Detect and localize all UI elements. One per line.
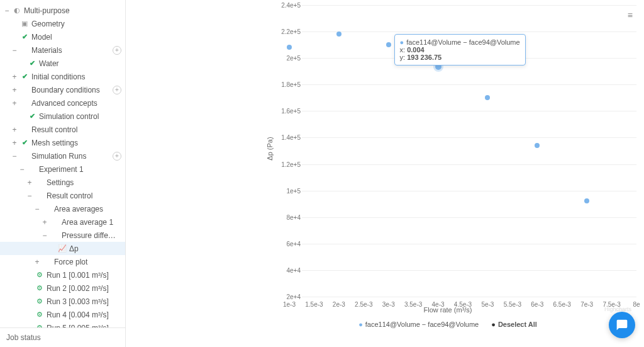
tree-item-label: Result control xyxy=(31,125,121,134)
tree-item-label: Materials xyxy=(31,46,113,55)
tree-item[interactable]: +Result control xyxy=(0,123,125,136)
gear-icon: ⚙ xyxy=(35,310,44,319)
chat-bubble-icon[interactable] xyxy=(609,312,635,338)
data-point[interactable] xyxy=(386,42,391,47)
gridline xyxy=(302,217,636,218)
tree-item[interactable]: +Force plot xyxy=(0,255,125,268)
tooltip-y: y: 193 236.75 xyxy=(400,54,520,61)
tree-item[interactable]: +Settings xyxy=(0,176,125,189)
tree-item[interactable]: −Experiment 1 xyxy=(0,162,125,176)
tree-item-label: Force plot xyxy=(54,258,121,266)
gear-icon: ⚙ xyxy=(35,297,44,306)
scatter-plot[interactable]: 2e+44e+46e+48e+41e+51.2e+51.4e+51.6e+51.… xyxy=(289,5,636,297)
chart-panel: ≡ Δp (Pa) 2e+44e+46e+48e+41e+51.2e+51.4e… xyxy=(126,0,644,347)
gridline xyxy=(302,5,636,6)
tree-item-label: Run 3 [0.003 m³/s] xyxy=(47,297,121,306)
expand-toggle-icon[interactable]: + xyxy=(34,258,40,266)
tree-item-label: Geometry xyxy=(31,20,121,28)
tree-item[interactable]: +Boundary conditions+ xyxy=(0,83,125,96)
tooltip-x: x: 0.004 xyxy=(400,46,520,54)
gridline xyxy=(302,111,636,111)
y-tick-label: 2.2e+5 xyxy=(275,28,301,35)
chart-legend: face114@Volume − face94@Volume Deselect … xyxy=(126,321,644,328)
y-tick-label: 1.6e+5 xyxy=(275,108,301,115)
tree-item[interactable]: ✔Model xyxy=(0,30,125,43)
y-tick-label: 2e+4 xyxy=(275,293,301,300)
expand-toggle-icon[interactable]: + xyxy=(11,72,18,81)
expand-toggle-icon[interactable]: + xyxy=(11,139,18,147)
expand-toggle-icon[interactable]: + xyxy=(42,218,48,227)
sidebar: −◐Multi-purpose▣Geometry✔Model−Materials… xyxy=(0,0,126,347)
tree-item[interactable]: ⚙Run 2 [0.002 m³/s] xyxy=(0,282,125,295)
tree-item[interactable]: −Simulation Runs+ xyxy=(0,149,125,162)
expand-toggle-icon[interactable]: − xyxy=(11,152,18,161)
tree-item[interactable]: +Area average 1 xyxy=(0,215,125,229)
tree-item[interactable]: ⚙Run 3 [0.003 m³/s] xyxy=(0,295,125,308)
tree-item[interactable]: ⚙Run 1 [0.001 m³/s] xyxy=(0,268,125,282)
expand-toggle-icon[interactable]: + xyxy=(26,178,33,187)
chart-credit: Highcharts xyxy=(604,306,631,312)
expand-toggle-icon[interactable]: − xyxy=(34,205,40,213)
tree-item[interactable]: +✔Mesh settings xyxy=(0,136,125,149)
data-point[interactable] xyxy=(287,45,292,50)
tree-item[interactable]: +✔Initial conditions xyxy=(0,70,125,83)
tree-item[interactable]: −Area averages xyxy=(0,202,125,215)
gridline xyxy=(302,31,636,32)
tree-item[interactable]: ▣Geometry xyxy=(0,17,125,30)
y-tick-label: 8e+4 xyxy=(275,213,301,220)
tree-item[interactable]: −Pressure diffe… xyxy=(0,229,125,242)
tree-item-label: Run 1 [0.001 m³/s] xyxy=(47,271,121,280)
tree-item-label: Δp xyxy=(69,244,121,253)
gridline xyxy=(302,297,636,297)
gear-icon: ⚙ xyxy=(35,284,44,293)
expand-toggle-icon[interactable]: − xyxy=(42,231,48,240)
y-tick-label: 1.8e+5 xyxy=(275,81,301,88)
y-tick-label: 2.4e+5 xyxy=(275,2,301,9)
check-icon: ✔ xyxy=(28,59,36,68)
tree-item-label: Run 4 [0.004 m³/s] xyxy=(47,310,121,319)
expand-toggle-icon[interactable]: − xyxy=(11,46,18,55)
add-icon[interactable]: + xyxy=(113,46,121,55)
expand-toggle-icon[interactable]: − xyxy=(4,6,10,15)
chart-tooltip: face114@Volume − face94@Volumex: 0.004y:… xyxy=(394,34,526,65)
expand-toggle-icon[interactable]: + xyxy=(11,99,18,108)
tree-item[interactable]: −Result control xyxy=(0,189,125,202)
legend-deselect-all[interactable]: Deselect All xyxy=(491,321,537,328)
tree-item-label: Model xyxy=(31,33,121,42)
expand-toggle-icon[interactable]: + xyxy=(11,86,18,94)
tree-item[interactable]: −◐Multi-purpose xyxy=(0,4,125,17)
expand-toggle-icon[interactable]: − xyxy=(26,191,33,200)
y-tick-label: 2e+5 xyxy=(275,55,301,62)
chart-icon: 📈 xyxy=(58,244,67,253)
tree-item-label: Settings xyxy=(47,178,121,187)
tree-item-label: Simulation control xyxy=(39,112,121,121)
gridline xyxy=(302,137,636,138)
data-point[interactable] xyxy=(336,31,341,37)
data-point[interactable] xyxy=(485,95,490,100)
tree-item[interactable]: ✔Simulation control xyxy=(0,110,125,123)
tree-item[interactable]: ✔Water xyxy=(0,57,125,70)
tree-item-label: Multi-purpose xyxy=(24,6,121,15)
y-tick-label: 6e+4 xyxy=(275,240,301,247)
expand-toggle-icon[interactable]: + xyxy=(11,125,18,134)
tree-item-label: Boundary conditions xyxy=(31,86,113,94)
data-point[interactable] xyxy=(535,143,540,148)
x-axis-label: Flow rate (m³/s) xyxy=(126,306,644,314)
y-tick-label: 1.2e+5 xyxy=(275,161,301,168)
gridline xyxy=(302,244,636,244)
y-tick-label: 1e+5 xyxy=(275,187,301,194)
tree-item[interactable]: ⚙Run 4 [0.004 m³/s] xyxy=(0,308,125,321)
data-point[interactable] xyxy=(584,198,589,203)
tree-item[interactable]: ⚙Run 5 [0.005 m³/s] xyxy=(0,321,125,327)
check-icon: ✔ xyxy=(28,112,36,121)
tree-item[interactable]: +Advanced concepts xyxy=(0,96,125,110)
job-status-panel[interactable]: Job status xyxy=(0,327,125,347)
legend-series[interactable]: face114@Volume − face94@Volume xyxy=(358,321,479,328)
add-icon[interactable]: + xyxy=(113,86,121,94)
expand-toggle-icon[interactable]: − xyxy=(19,165,25,174)
add-icon[interactable]: + xyxy=(113,152,121,161)
gear-icon: ⚙ xyxy=(35,271,44,280)
check-icon: ✔ xyxy=(20,33,29,42)
tree-item[interactable]: −Materials+ xyxy=(0,43,125,57)
tree-item[interactable]: 📈Δp xyxy=(0,242,125,255)
